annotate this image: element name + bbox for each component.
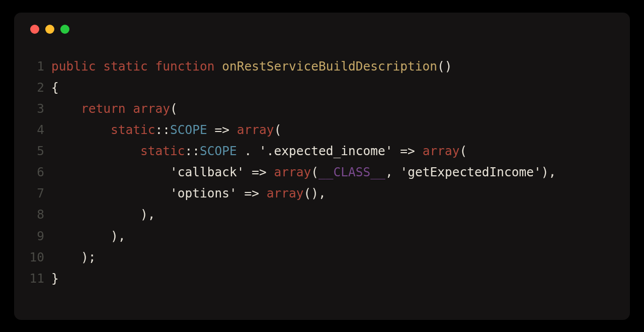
- code-line: 5 static::SCOPE . '.expected_income' => …: [28, 141, 616, 162]
- code-text: static::SCOPE . '.expected_income' => ar…: [51, 141, 616, 162]
- token-punct: [415, 144, 423, 158]
- token-array: array: [267, 186, 304, 201]
- code-text: static::SCOPE => array(: [51, 119, 616, 141]
- token-string: '.expected_income': [259, 144, 393, 158]
- line-number: 10: [28, 247, 51, 268]
- token-keyword: static: [111, 122, 155, 137]
- token-punct: [51, 101, 81, 116]
- token-punct: ),: [541, 165, 556, 179]
- token-punct: [267, 165, 274, 179]
- token-punct: [237, 186, 245, 201]
- line-number: 4: [28, 119, 51, 141]
- token-punct: [126, 101, 133, 116]
- token-punct: [51, 186, 170, 201]
- line-number: 6: [28, 162, 51, 183]
- token-punct: [51, 165, 170, 179]
- minimize-icon[interactable]: [45, 25, 54, 34]
- token-string: 'options': [170, 186, 237, 201]
- token-punct: ::: [185, 144, 200, 158]
- code-text: return array(: [51, 98, 616, 119]
- token-array: array: [237, 122, 274, 137]
- token-punct: [259, 186, 267, 201]
- token-punct: [215, 59, 222, 74]
- token-punct: .: [237, 144, 259, 158]
- token-keyword: static: [140, 144, 185, 158]
- line-number: 1: [28, 56, 51, 77]
- token-scope: SCOPE: [170, 122, 207, 137]
- code-block: 1public static function onRestServiceBui…: [28, 56, 616, 289]
- token-keyword: function: [155, 59, 215, 74]
- token-arrow: =>: [245, 186, 260, 201]
- code-line: 3 return array(: [28, 98, 616, 119]
- token-scope: SCOPE: [200, 144, 237, 158]
- token-punct: (: [170, 101, 178, 116]
- token-arrow: =>: [215, 122, 230, 137]
- token-punct: (: [274, 122, 282, 137]
- code-line: 1public static function onRestServiceBui…: [28, 56, 616, 77]
- token-punct: (): [437, 59, 452, 74]
- token-punct: }: [51, 271, 59, 286]
- line-number: 2: [28, 77, 51, 98]
- code-text: ),: [51, 204, 616, 225]
- code-window: 1public static function onRestServiceBui…: [14, 13, 630, 320]
- code-line: 7 'options' => array(),: [28, 183, 616, 204]
- token-arrow: =>: [252, 165, 267, 179]
- code-text: }: [51, 268, 616, 289]
- code-line: 4 static::SCOPE => array(: [28, 119, 616, 141]
- token-punct: ),: [51, 207, 155, 222]
- token-array: array: [274, 165, 311, 179]
- line-number: 5: [28, 141, 51, 162]
- token-punct: [148, 59, 155, 74]
- traffic-lights: [30, 25, 616, 34]
- code-text: public static function onRestServiceBuil…: [51, 56, 616, 77]
- token-const: __CLASS__: [318, 165, 385, 179]
- token-punct: ),: [51, 229, 126, 243]
- token-punct: [51, 144, 140, 158]
- token-array: array: [423, 144, 460, 158]
- code-line: 11}: [28, 268, 616, 289]
- token-punct: [207, 122, 215, 137]
- token-array: array: [133, 101, 170, 116]
- close-icon[interactable]: [30, 25, 39, 34]
- code-line: 9 ),: [28, 226, 616, 247]
- code-line: 6 'callback' => array(__CLASS__, 'getExp…: [28, 162, 616, 183]
- maximize-icon[interactable]: [60, 25, 69, 34]
- token-keyword: return: [81, 101, 126, 116]
- token-punct: (),: [304, 186, 326, 201]
- token-punct: [51, 122, 111, 137]
- token-punct: [393, 144, 400, 158]
- line-number: 9: [28, 226, 51, 247]
- code-text: 'callback' => array(__CLASS__, 'getExpec…: [51, 162, 616, 183]
- line-number: 11: [28, 268, 51, 289]
- token-punct: ::: [155, 122, 171, 137]
- line-number: 8: [28, 204, 51, 225]
- token-function: onRestServiceBuildDescription: [222, 59, 437, 74]
- token-arrow: =>: [400, 144, 415, 158]
- line-number: 7: [28, 183, 51, 204]
- line-number: 3: [28, 98, 51, 119]
- token-keyword: public: [51, 59, 96, 74]
- token-punct: ,: [385, 165, 400, 179]
- token-string: 'getExpectedIncome': [400, 165, 541, 179]
- code-line: 8 ),: [28, 204, 616, 225]
- token-punct: [245, 165, 252, 179]
- token-punct: (: [459, 144, 467, 158]
- token-punct: [96, 59, 104, 74]
- token-punct: (: [311, 165, 318, 179]
- token-string: 'callback': [170, 165, 245, 179]
- token-punct: [229, 122, 237, 137]
- code-text: 'options' => array(),: [51, 183, 616, 204]
- code-line: 10 );: [28, 247, 616, 268]
- code-text: ),: [51, 226, 616, 247]
- token-punct: );: [51, 250, 96, 264]
- code-line: 2{: [28, 77, 616, 98]
- code-text: {: [51, 77, 616, 98]
- code-text: );: [51, 247, 616, 268]
- token-punct: {: [51, 80, 59, 95]
- token-keyword: static: [103, 59, 148, 74]
